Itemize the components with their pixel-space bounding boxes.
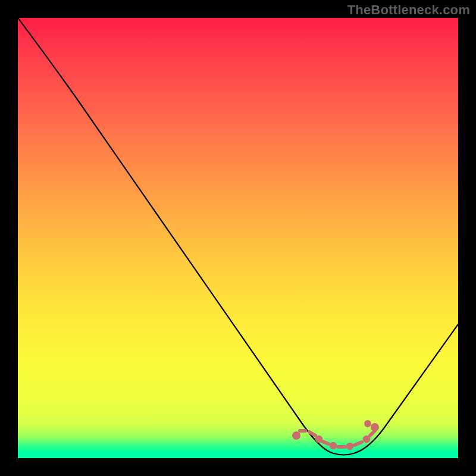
svg-point-11 [372, 425, 377, 430]
main-curve [18, 18, 458, 455]
plot-area [18, 18, 458, 458]
svg-line-4 [322, 441, 328, 444]
svg-point-7 [348, 444, 352, 448]
svg-point-5 [331, 444, 335, 447]
chart-container: TheBottleneck.com [0, 0, 476, 476]
dashed-segment [294, 422, 377, 448]
chart-svg [18, 18, 458, 458]
svg-point-12 [366, 422, 369, 425]
svg-line-8 [355, 442, 362, 445]
svg-line-10 [370, 431, 375, 436]
svg-point-0 [294, 433, 299, 438]
watermark-text: TheBottleneck.com [347, 2, 470, 18]
svg-point-9 [365, 437, 368, 441]
svg-point-3 [317, 437, 321, 441]
